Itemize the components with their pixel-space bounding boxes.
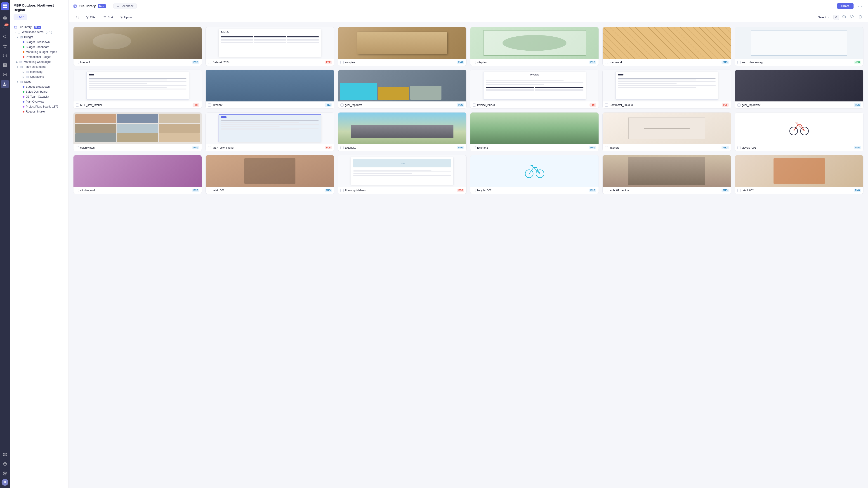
file-card[interactable]: bicycle_001 PNG bbox=[735, 112, 864, 151]
file-checkbox[interactable] bbox=[208, 146, 211, 149]
file-thumbnail: Data info bbox=[206, 27, 334, 59]
file-card[interactable]: Contractor_889383 PDF bbox=[602, 70, 731, 109]
folder-icon bbox=[20, 61, 22, 64]
sidebar-item-request-intake[interactable]: Request Intake bbox=[11, 109, 68, 114]
upload-button[interactable]: Upload bbox=[117, 14, 136, 20]
search-button[interactable] bbox=[73, 14, 81, 20]
file-checkbox[interactable] bbox=[208, 189, 211, 192]
file-checkbox[interactable] bbox=[340, 146, 344, 149]
tag-button[interactable] bbox=[849, 14, 855, 20]
nav-home[interactable] bbox=[1, 13, 9, 22]
sort-button[interactable]: Sort bbox=[101, 14, 116, 20]
share-button[interactable]: Share bbox=[837, 3, 854, 9]
file-checkbox[interactable] bbox=[76, 103, 79, 107]
file-card[interactable]: INVOICE Invoice_21223 bbox=[470, 70, 599, 109]
file-card[interactable]: retail_002 PNG bbox=[735, 155, 864, 194]
sidebar-item-budget-breakdown[interactable]: Budget Breakdown bbox=[11, 39, 68, 44]
file-card[interactable]: retail_001 PNG bbox=[206, 155, 334, 194]
file-card[interactable]: gear_topdown PNG bbox=[338, 70, 467, 109]
nav-notification[interactable]: 27 bbox=[1, 23, 9, 31]
file-checkbox[interactable] bbox=[737, 103, 741, 107]
file-checkbox[interactable] bbox=[605, 61, 608, 64]
select-button[interactable]: Select ▼ bbox=[816, 14, 832, 20]
file-checkbox[interactable] bbox=[737, 189, 741, 192]
file-checkbox[interactable] bbox=[473, 103, 476, 107]
nav-projects[interactable] bbox=[1, 61, 9, 69]
file-checkbox[interactable] bbox=[473, 189, 476, 192]
sidebar-item-promotional-budget[interactable]: Promotional Budget bbox=[11, 55, 68, 59]
nav-plus[interactable] bbox=[1, 70, 9, 78]
sidebar-item-team-documents[interactable]: ▼ Team Documents bbox=[11, 64, 68, 69]
file-card[interactable]: Exterior2 PNG bbox=[470, 112, 599, 151]
file-info: retail_002 PNG bbox=[735, 187, 863, 194]
file-checkbox[interactable] bbox=[473, 146, 476, 149]
file-checkbox[interactable] bbox=[208, 61, 211, 64]
app-logo[interactable] bbox=[1, 2, 9, 10]
user-avatar[interactable]: U bbox=[2, 479, 8, 486]
sidebar-item-sales-dashboard[interactable]: Sales Dashboard bbox=[11, 89, 68, 94]
nav-members[interactable] bbox=[1, 80, 9, 88]
sidebar-item-plan-overview[interactable]: Plan Overview bbox=[11, 99, 68, 104]
delete-button[interactable] bbox=[857, 14, 864, 20]
file-name: Hardwood bbox=[610, 61, 720, 64]
file-checkbox[interactable] bbox=[605, 189, 608, 192]
file-card[interactable]: arch_plan_nwreg... JPG bbox=[735, 27, 864, 66]
file-card[interactable]: Interior3 PNG bbox=[602, 112, 731, 151]
file-card[interactable]: Interior2 PNG bbox=[206, 70, 334, 109]
feedback-button[interactable]: Feedback bbox=[114, 3, 136, 9]
nav-settings[interactable] bbox=[1, 469, 9, 478]
file-card[interactable]: Photo Photo_guidelines PDF bbox=[338, 155, 467, 194]
folder-icon bbox=[20, 80, 23, 84]
file-checkbox[interactable] bbox=[340, 61, 344, 64]
file-checkbox[interactable] bbox=[208, 103, 211, 107]
sidebar-item-budget-folder[interactable]: ▼ Budget bbox=[11, 35, 68, 39]
sidebar-item-operations[interactable]: ▶ Operations bbox=[11, 74, 68, 79]
file-card[interactable]: MBF_sow_interior PDF bbox=[73, 70, 202, 109]
nav-recent[interactable] bbox=[1, 52, 9, 60]
file-card[interactable]: colorswatch PNG bbox=[73, 112, 202, 151]
file-checkbox[interactable] bbox=[340, 189, 344, 192]
file-checkbox[interactable] bbox=[737, 61, 741, 64]
sidebar-item-project-plan[interactable]: Project Plan: Seattle 1377 bbox=[11, 104, 68, 109]
file-checkbox[interactable] bbox=[340, 103, 344, 107]
cloud-upload-button[interactable] bbox=[841, 14, 847, 20]
sidebar-item-q3-capacity[interactable]: Q3 Team Capacity bbox=[11, 94, 68, 99]
add-button[interactable]: + Add bbox=[13, 14, 27, 20]
sidebar-item-sales-budget-breakdown[interactable]: Budget Breakdown bbox=[11, 84, 68, 89]
svg-line-5 bbox=[6, 37, 6, 38]
sidebar-item-budget-dashboard[interactable]: Budget Dashboard bbox=[11, 44, 68, 50]
sidebar-workspace-items[interactable]: ▼ Workspace items (270) bbox=[11, 30, 68, 35]
sidebar-item-marketing[interactable]: ▶ Marketing bbox=[11, 69, 68, 74]
file-card[interactable]: bicycle_002 PNG bbox=[470, 155, 599, 194]
file-card[interactable]: samples PNG bbox=[338, 27, 467, 66]
file-card[interactable]: siteplan PNG bbox=[470, 27, 599, 66]
file-thumbnail bbox=[206, 155, 334, 187]
file-checkbox[interactable] bbox=[605, 103, 608, 107]
nav-grid-bottom[interactable] bbox=[1, 451, 9, 459]
file-card[interactable]: arch_01_vertical PNG bbox=[602, 155, 731, 194]
sidebar-item-file-library[interactable]: File library New bbox=[11, 25, 68, 30]
sidebar-item-marketing-campaigns[interactable]: ▶ Marketing Campaigns bbox=[11, 59, 68, 64]
file-card[interactable]: MBF_sow_interior PDF bbox=[206, 112, 334, 151]
sidebar-item-marketing-budget-report[interactable]: Marketing Budget Report bbox=[11, 50, 68, 55]
nav-search[interactable] bbox=[1, 33, 9, 41]
nav-starred[interactable] bbox=[1, 42, 9, 50]
sidebar-item-sales[interactable]: ▼ Sales bbox=[11, 79, 68, 84]
file-card[interactable]: Interior1 PNG bbox=[73, 27, 202, 66]
file-card[interactable]: climbingwall PNG bbox=[73, 155, 202, 194]
sort-label: Sort bbox=[107, 15, 113, 19]
file-checkbox[interactable] bbox=[76, 61, 79, 64]
nav-help[interactable] bbox=[1, 460, 9, 468]
filter-button[interactable]: Filter bbox=[83, 14, 99, 20]
file-card[interactable]: Exterior1 PNG bbox=[338, 112, 467, 151]
file-checkbox[interactable] bbox=[76, 189, 79, 192]
file-checkbox[interactable] bbox=[473, 61, 476, 64]
file-checkbox[interactable] bbox=[76, 146, 79, 149]
file-card[interactable]: Data info Dataset_2024 PDF bbox=[206, 27, 334, 66]
more-options-button[interactable]: ⋯ bbox=[856, 2, 864, 10]
file-card[interactable]: Hardwood PNG bbox=[602, 27, 731, 66]
svg-rect-1 bbox=[5, 4, 7, 6]
file-checkbox[interactable] bbox=[605, 146, 608, 149]
file-card[interactable]: gear_topdown2 PNG bbox=[735, 70, 864, 109]
file-checkbox[interactable] bbox=[737, 146, 741, 149]
